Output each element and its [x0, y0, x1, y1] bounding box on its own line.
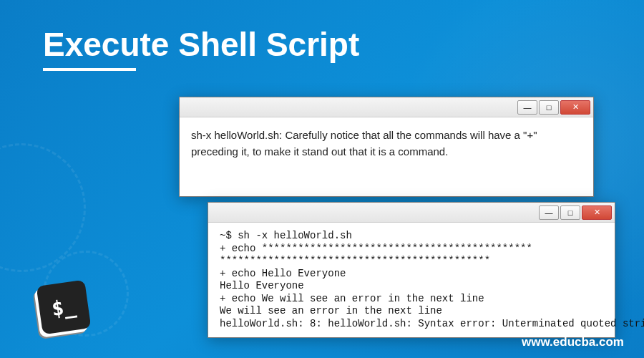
terminal-line: + echo We will see an error in the next … — [220, 293, 484, 304]
close-button[interactable]: ✕ — [560, 100, 590, 115]
terminal-line: + echo Hello Everyone — [220, 268, 346, 279]
minimize-button[interactable]: — — [539, 205, 559, 220]
minimize-button[interactable]: — — [517, 100, 537, 115]
terminal-line: We will see an error in the next line — [220, 305, 442, 316]
maximize-button[interactable]: □ — [560, 205, 580, 220]
maximize-button[interactable]: □ — [539, 100, 559, 115]
terminal-line: helloWorld.sh: 8: helloWorld.sh: Syntax … — [220, 318, 644, 329]
shell-prompt-icon: $_ — [36, 280, 92, 335]
close-button[interactable]: ✕ — [582, 205, 612, 220]
footer-url: www.educba.com — [522, 335, 624, 349]
terminal-window: — □ ✕ ~$ sh -x helloWorld.sh + echo ****… — [208, 202, 615, 338]
window-titlebar: — □ ✕ — [180, 97, 593, 117]
terminal-output: ~$ sh -x helloWorld.sh + echo **********… — [208, 223, 615, 337]
terminal-line: + echo *********************************… — [220, 243, 532, 254]
shell-script-icon: $_ — [39, 283, 97, 340]
window-titlebar: — □ ✕ — [208, 203, 615, 223]
terminal-line: ****************************************… — [220, 255, 490, 266]
terminal-line: Hello Everyone — [220, 280, 304, 291]
terminal-line: ~$ sh -x helloWorld.sh — [220, 230, 352, 241]
description-text: sh-x helloWorld.sh: Carefully notice tha… — [180, 117, 593, 170]
title-underline — [43, 68, 136, 71]
page-title: Execute Shell Script — [43, 25, 359, 64]
description-window: — □ ✕ sh-x helloWorld.sh: Carefully noti… — [179, 97, 594, 197]
